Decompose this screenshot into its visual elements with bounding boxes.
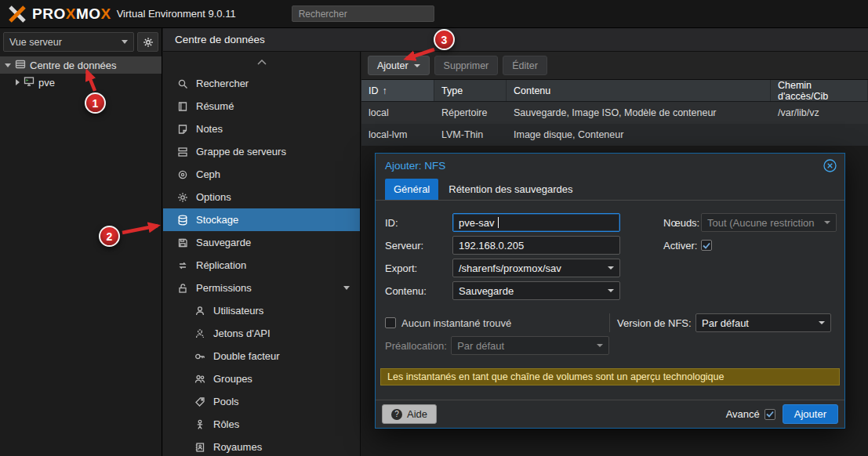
tree-item-pve[interactable]: pve [0, 74, 162, 91]
datacenter-nav: Rechercher Résumé Notes Grappe de serveu… [163, 52, 361, 456]
nav-item-groups[interactable]: Groupes [163, 367, 360, 390]
advanced-toggle[interactable]: Avancé [726, 408, 775, 420]
dialog-titlebar[interactable]: Ajouter: NFS [376, 154, 844, 177]
person-icon [193, 419, 206, 430]
view-selector[interactable]: Vue serveur [3, 32, 134, 52]
chevron-up-icon [257, 60, 267, 65]
content-value: Sauvegarde [459, 285, 514, 297]
table-row[interactable]: local-lvm LVM-Thin Image disque, Contene… [361, 124, 868, 146]
floppy-icon [176, 237, 189, 248]
storage-toolbar: Ajouter Supprimer Éditer [361, 52, 868, 80]
prealloc-label: Préallocation: [385, 340, 451, 352]
nodes-label: Nœuds: [663, 217, 701, 229]
table-row[interactable]: local Répertoire Sauvegarde, Image ISO, … [361, 102, 868, 124]
tab-general[interactable]: Général [385, 179, 438, 200]
global-search-input[interactable] [292, 5, 434, 22]
column-header-content[interactable]: Contenu [507, 80, 771, 101]
nav-label: Royaumes [213, 441, 262, 453]
nav-label: Double facteur [213, 350, 280, 362]
column-header-id[interactable]: ID ↑ [361, 80, 434, 101]
content-select[interactable]: Sauvegarde [452, 281, 620, 300]
nav-label: Ceph [196, 168, 220, 180]
enable-checkbox[interactable] [701, 240, 712, 251]
tab-backup-retention[interactable]: Rétention des sauvegardes [440, 179, 581, 200]
tree-expand-icon[interactable] [5, 63, 11, 67]
advanced-label: Avancé [726, 408, 760, 420]
nav-collapse-button[interactable] [163, 52, 360, 72]
nav-item-users[interactable]: Utilisateurs [163, 299, 360, 322]
cell-content: Sauvegarde, Image ISO, Modèle de contene… [507, 102, 771, 124]
snapshot-checkbox-label: Aucun instantané trouvé [401, 317, 511, 329]
nav-item-summary[interactable]: Résumé [163, 95, 360, 118]
remove-button-label: Supprimer [444, 60, 489, 71]
column-header-type[interactable]: Type [434, 80, 507, 101]
datacenter-icon [15, 59, 26, 72]
export-select[interactable]: /sharenfs/proxmox/sav [452, 259, 620, 277]
chevron-down-icon [608, 266, 614, 270]
users-icon [193, 374, 206, 385]
export-label: Export: [385, 262, 452, 274]
tree-item-label: pve [38, 77, 55, 89]
chevron-down-icon [819, 321, 825, 324]
gear-icon [143, 37, 154, 48]
key-icon [193, 351, 206, 362]
server-stack-icon [176, 147, 189, 157]
column-label: Contenu [514, 85, 550, 96]
nodes-select[interactable]: Tout (Aucune restriction [701, 213, 837, 232]
nav-label: Permissions [196, 282, 252, 294]
tree-item-datacenter[interactable]: Centre de données [0, 56, 162, 74]
tree-collapse-icon[interactable] [16, 79, 20, 85]
nav-item-notes[interactable]: Notes [163, 118, 360, 140]
advanced-section: Aucun instantané trouvé Préallocation: P… [376, 313, 844, 359]
export-value: /sharenfs/proxmox/sav [459, 262, 561, 274]
add-button[interactable]: Ajouter [368, 56, 430, 75]
nav-label: Rechercher [196, 78, 249, 89]
id-input[interactable]: pve-sav [452, 213, 620, 232]
nav-label: Notes [196, 123, 223, 135]
nav-item-two-factor[interactable]: Double facteur [163, 345, 360, 367]
nav-item-pools[interactable]: Pools [163, 390, 360, 413]
book-icon [176, 101, 189, 112]
nav-item-search[interactable]: Rechercher [163, 72, 360, 95]
nav-item-realms[interactable]: Royaumes [163, 436, 360, 456]
tree-settings-button[interactable] [137, 32, 158, 52]
close-icon[interactable] [823, 159, 837, 172]
column-header-path[interactable]: Chemin d'accès/Cib [771, 80, 868, 101]
server-input[interactable]: 192.168.0.205 [452, 236, 620, 255]
nav-item-options[interactable]: Options [163, 186, 360, 208]
search-icon [176, 78, 189, 89]
nav-item-ceph[interactable]: Ceph [163, 163, 360, 186]
logo-wordmark: PROXMOX [32, 5, 111, 23]
submit-add-button[interactable]: Ajouter [783, 404, 838, 424]
cell-type: LVM-Thin [434, 124, 507, 146]
table-header: ID ↑ Type Contenu Chemin d'accès/Cib [361, 80, 868, 102]
cell-path: /var/lib/vz [771, 102, 868, 124]
text-cursor [498, 217, 499, 228]
question-icon: ? [391, 409, 402, 420]
nav-item-api-tokens[interactable]: Jetons d'API [163, 322, 360, 345]
help-button[interactable]: ? Aide [382, 404, 437, 424]
remove-button[interactable]: Supprimer [434, 56, 499, 75]
annotation-step-2: 2 [99, 226, 120, 247]
nfs-version-select[interactable]: Par défaut [695, 313, 831, 332]
submit-label: Ajouter [794, 408, 826, 420]
nav-item-roles[interactable]: Rôles [163, 413, 360, 436]
prealloc-value: Par défaut [457, 340, 504, 352]
note-icon [176, 124, 189, 135]
nav-item-backup[interactable]: Sauvegarde [163, 231, 360, 254]
expanded-caret-icon[interactable] [343, 286, 350, 290]
dialog-footer: ? Aide Avancé Ajouter [376, 400, 844, 428]
cell-type: Répertoire [434, 102, 507, 124]
nav-item-replication[interactable]: Réplication [163, 254, 360, 277]
help-button-label: Aide [407, 408, 427, 420]
prealloc-select[interactable]: Par défaut [451, 336, 609, 355]
advanced-checkbox[interactable] [764, 409, 775, 420]
nav-item-storage[interactable]: Stockage [163, 208, 360, 231]
edit-button[interactable]: Éditer [503, 56, 547, 75]
snapshot-checkbox[interactable] [385, 317, 396, 328]
nav-item-cluster[interactable]: Grappe de serveurs [163, 140, 360, 163]
nav-item-permissions[interactable]: Permissions [163, 277, 360, 299]
nav-label: Résumé [196, 100, 234, 112]
nav-label: Sauvegarde [196, 237, 251, 248]
chevron-down-icon [608, 289, 614, 292]
